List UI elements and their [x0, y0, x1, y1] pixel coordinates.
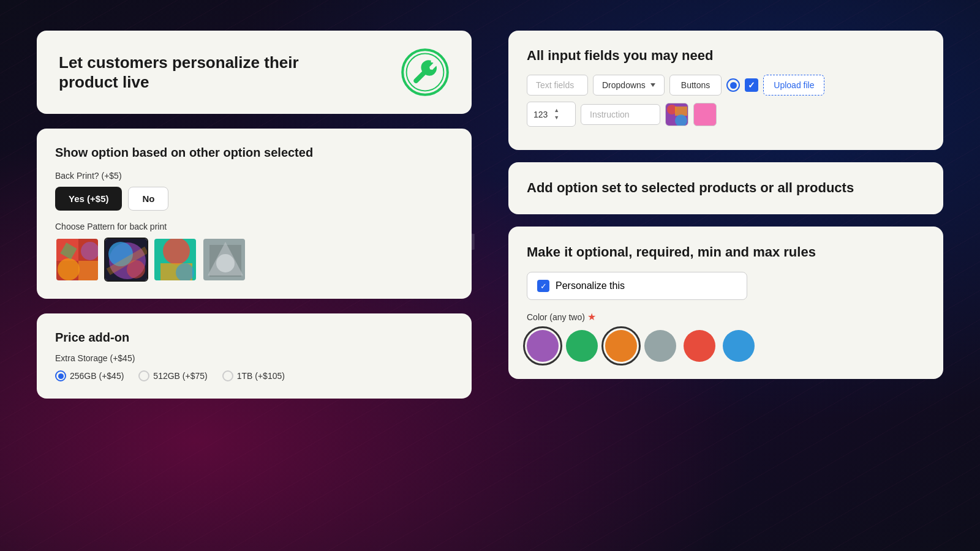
- upload-btn[interactable]: Upload file: [763, 75, 824, 96]
- dropdown-field[interactable]: Dropdowns: [593, 75, 665, 96]
- color-label-text: Color (any two): [527, 312, 585, 322]
- price-addon-title: Price add-on: [55, 331, 453, 345]
- svg-point-14: [163, 239, 190, 264]
- main-content: Let customers personalize their product …: [0, 0, 980, 551]
- radio-256-icon: [55, 370, 66, 381]
- dropdown-label: Dropdowns: [602, 80, 646, 90]
- radio-1tb-label: 1TB (+$105): [237, 371, 285, 381]
- text-field-input[interactable]: Text fields: [527, 75, 588, 96]
- radio-blue-icon[interactable]: [726, 78, 740, 92]
- color-dot-green[interactable]: [566, 330, 598, 362]
- pattern-4[interactable]: [202, 238, 246, 282]
- color-dot-orange[interactable]: [605, 330, 637, 362]
- required-star: ★: [587, 311, 596, 323]
- button-field[interactable]: Buttons: [669, 75, 722, 96]
- chevron-down-icon: [650, 83, 655, 87]
- btn-yes[interactable]: Yes (+$5): [55, 187, 122, 211]
- color-dots: [527, 330, 925, 362]
- stepper-down[interactable]: ▼: [552, 114, 560, 121]
- color-dot-purple[interactable]: [527, 330, 559, 362]
- personalize-checkbox-row[interactable]: ✓ Personalize this: [527, 272, 747, 300]
- personalize-title: Let customers personalize their product …: [59, 53, 316, 92]
- svg-point-20: [216, 254, 235, 272]
- card-price: Price add-on Extra Storage (+$45) 256GB …: [37, 313, 472, 399]
- radio-1tb-icon: [222, 370, 233, 381]
- svg-point-16: [176, 263, 194, 282]
- radio-256-label: 256GB (+$45): [70, 371, 124, 381]
- color-section-label: Color (any two) ★: [527, 311, 925, 323]
- input-row-2: 123 ▲ ▼ Instruction: [527, 102, 925, 127]
- number-value: 123: [533, 110, 548, 119]
- storage-256[interactable]: 256GB (+$45): [55, 370, 124, 381]
- svg-point-5: [58, 258, 80, 280]
- color-dot-red[interactable]: [684, 330, 715, 362]
- pattern-label: Choose Pattern for back print: [55, 222, 453, 231]
- pattern-1[interactable]: [55, 238, 99, 282]
- input-row-1: Text fields Dropdowns Buttons ✓ Upload f…: [527, 75, 925, 96]
- card-add-option: Add option set to selected products or a…: [508, 162, 943, 214]
- card-show-option: Show option based on other option select…: [37, 129, 472, 299]
- personalize-checkbox-label: Personalize this: [556, 280, 625, 291]
- button-label: Buttons: [681, 80, 710, 90]
- card-personalize: Let customers personalize their product …: [37, 31, 472, 114]
- input-fields-title: All input fields you may need: [527, 48, 925, 64]
- instruction-placeholder: Instruction: [590, 110, 630, 119]
- radio-512-label: 512GB (+$75): [153, 371, 207, 381]
- right-column: All input fields you may need Text field…: [490, 31, 943, 520]
- storage-options: 256GB (+$45) 512GB (+$75) 1TB (+$105): [55, 370, 453, 381]
- card-rules: Make it optional, required, min and max …: [508, 227, 943, 380]
- pattern-grid: [55, 238, 453, 282]
- radio-512-icon: [138, 370, 149, 381]
- color-dot-gray[interactable]: [644, 330, 676, 362]
- add-option-title: Add option set to selected products or a…: [527, 179, 925, 197]
- personalize-checkbox-icon[interactable]: ✓: [537, 280, 549, 292]
- svg-point-6: [81, 242, 99, 260]
- svg-rect-23: [675, 107, 687, 116]
- checkbox-blue-icon[interactable]: ✓: [745, 78, 758, 92]
- show-option-title: Show option based on other option select…: [55, 146, 453, 160]
- instruction-field[interactable]: Instruction: [581, 104, 660, 125]
- wrench-icon: [401, 48, 450, 97]
- back-print-label: Back Print? (+$5): [55, 171, 453, 181]
- yes-no-group: Yes (+$5) No: [55, 187, 453, 211]
- storage-1tb[interactable]: 1TB (+$105): [222, 370, 285, 381]
- left-column: Let customers personalize their product …: [37, 31, 490, 520]
- storage-label: Extra Storage (+$45): [55, 353, 453, 363]
- rules-title: Make it optional, required, min and max …: [527, 244, 925, 261]
- number-input[interactable]: 123 ▲ ▼: [527, 102, 576, 127]
- color-dot-blue[interactable]: [723, 330, 755, 362]
- svg-rect-4: [78, 261, 99, 282]
- pattern-3[interactable]: [153, 238, 197, 282]
- storage-512[interactable]: 512GB (+$75): [138, 370, 207, 381]
- image-swatch[interactable]: [665, 103, 688, 126]
- card-input-fields: All input fields you may need Text field…: [508, 31, 943, 150]
- stepper: ▲ ▼: [552, 107, 560, 121]
- btn-no[interactable]: No: [128, 187, 168, 211]
- upload-label: Upload file: [774, 80, 814, 90]
- text-field-placeholder: Text fields: [536, 80, 574, 90]
- pattern-2[interactable]: [104, 238, 148, 282]
- stepper-up[interactable]: ▲: [552, 107, 560, 114]
- color-swatch-pink[interactable]: [693, 103, 717, 126]
